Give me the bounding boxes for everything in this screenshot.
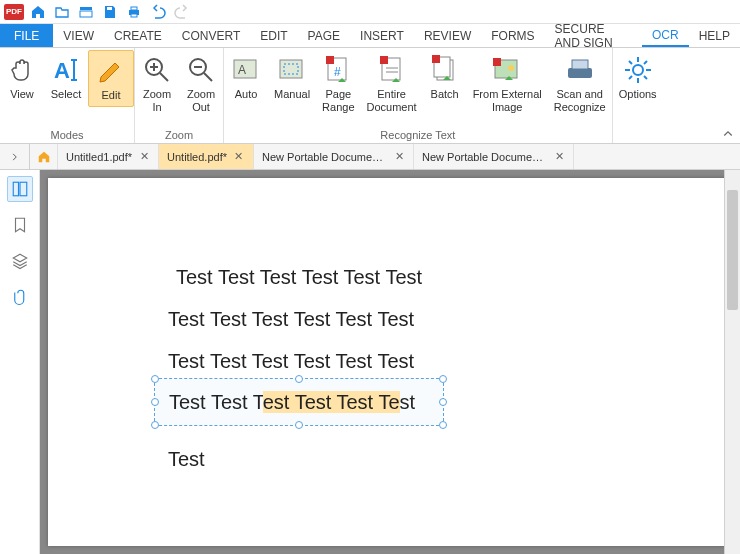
close-icon[interactable]: ✕ [138, 151, 150, 163]
side-panel [0, 170, 40, 554]
text-line[interactable]: Test Test Test Test Test Test [176, 266, 422, 289]
svg-rect-2 [107, 7, 112, 10]
manual-ocr-label: Manual [274, 88, 310, 101]
resize-handle[interactable] [439, 375, 447, 383]
batch-ocr-button[interactable]: Batch [423, 50, 467, 105]
svg-text:A: A [238, 63, 246, 77]
svg-line-44 [629, 76, 632, 79]
undo-icon[interactable] [148, 2, 168, 22]
vertical-scrollbar[interactable] [724, 170, 740, 554]
svg-rect-1 [80, 11, 92, 17]
doc-tab-label: Untitled1.pdf* [66, 151, 132, 163]
tab-forms[interactable]: FORMS [481, 24, 544, 47]
svg-text:#: # [334, 65, 341, 79]
print-icon[interactable] [124, 2, 144, 22]
resize-handle[interactable] [151, 375, 159, 383]
redo-icon[interactable] [172, 2, 192, 22]
view-mode-button[interactable]: View [0, 50, 44, 105]
svg-rect-25 [380, 56, 388, 64]
tab-edit[interactable]: EDIT [250, 24, 297, 47]
ribbon-group-recognize-text: A Auto Manual # Page Range Entire Docume… [224, 48, 613, 143]
tab-ocr[interactable]: OCR [642, 24, 689, 47]
scrollbar-thumb[interactable] [727, 190, 738, 310]
tab-create[interactable]: CREATE [104, 24, 172, 47]
page-range-button[interactable]: # Page Range [316, 50, 360, 118]
svg-rect-4 [131, 7, 137, 10]
doc-tab-label: New Portable Document 1 [262, 151, 387, 163]
save-icon[interactable] [100, 2, 120, 22]
tab-help[interactable]: HELP [689, 24, 740, 47]
tabs-home-button[interactable] [30, 144, 58, 169]
open-icon[interactable] [52, 2, 72, 22]
from-external-image-button[interactable]: From External Image [467, 50, 548, 118]
zoom-in-button[interactable]: Zoom In [135, 50, 179, 118]
close-icon[interactable]: ✕ [554, 151, 565, 163]
ribbon-group-modes: View A Select Edit Modes [0, 48, 135, 143]
batch-icon [429, 54, 461, 86]
workspace: Test Test Test Test Test Test Test Test … [0, 170, 740, 554]
page: Test Test Test Test Test Test Test Test … [48, 178, 732, 546]
document-tab-row: Untitled1.pdf*✕ Untitled.pdf*✕ New Porta… [0, 144, 740, 170]
svg-rect-46 [20, 182, 27, 196]
close-icon[interactable]: ✕ [393, 151, 405, 163]
manual-ocr-button[interactable]: Manual [268, 50, 316, 105]
tab-review[interactable]: REVIEW [414, 24, 481, 47]
select-mode-button[interactable]: A Select [44, 50, 88, 105]
menu-bar: FILE VIEW CREATE CONVERT EDIT PAGE INSER… [0, 24, 740, 48]
batch-ocr-label: Batch [431, 88, 459, 101]
file-tab[interactable]: FILE [0, 24, 53, 47]
doc-tab[interactable]: Untitled.pdf*✕ [159, 144, 254, 169]
thumbnails-panel-button[interactable] [7, 176, 33, 202]
scan-recognize-label: Scan and Recognize [554, 88, 606, 114]
resize-handle[interactable] [439, 398, 447, 406]
svg-rect-30 [432, 55, 440, 63]
svg-rect-0 [80, 7, 92, 10]
resize-handle[interactable] [151, 421, 159, 429]
ocr-options-button[interactable]: Options [613, 50, 663, 105]
zoom-out-button[interactable]: Zoom Out [179, 50, 223, 118]
text-selection-box[interactable]: Test Test Test Test Test Test [154, 378, 444, 426]
resize-handle[interactable] [151, 398, 159, 406]
resize-handle[interactable] [439, 421, 447, 429]
resize-handle[interactable] [295, 421, 303, 429]
doc-tab[interactable]: Untitled1.pdf*✕ [58, 144, 159, 169]
selected-text-line[interactable]: Test Test Test Test Test Test [169, 391, 415, 414]
tab-page[interactable]: PAGE [298, 24, 350, 47]
entire-document-button[interactable]: Entire Document [361, 50, 423, 118]
side-panel-toggle[interactable] [0, 144, 30, 169]
layers-panel-button[interactable] [7, 248, 33, 274]
doc-tab[interactable]: New Portable Document 1✕ [254, 144, 414, 169]
attachments-panel-button[interactable] [7, 284, 33, 310]
zoom-in-icon [141, 54, 173, 86]
ribbon-display-icon[interactable] [76, 2, 96, 22]
external-image-icon [491, 54, 523, 86]
auto-ocr-button[interactable]: A Auto [224, 50, 268, 105]
selection-highlight: est Test Test Te [263, 391, 400, 413]
page-range-icon: # [322, 54, 354, 86]
close-icon[interactable]: ✕ [233, 151, 245, 163]
svg-point-36 [633, 65, 643, 75]
view-mode-label: View [10, 88, 34, 101]
selection-suffix: st [400, 391, 416, 413]
home-icon[interactable] [28, 2, 48, 22]
tab-convert[interactable]: CONVERT [172, 24, 250, 47]
text-line[interactable]: Test [168, 448, 205, 471]
scan-recognize-button[interactable]: Scan and Recognize [548, 50, 612, 118]
doc-tab[interactable]: New Portable Document 1...✕ [414, 144, 574, 169]
manual-icon [276, 54, 308, 86]
selection-prefix: Test Test T [169, 391, 263, 413]
tab-insert[interactable]: INSERT [350, 24, 414, 47]
select-mode-label: Select [51, 88, 82, 101]
bookmarks-panel-button[interactable] [7, 212, 33, 238]
tab-secure-sign[interactable]: SECURE AND SIGN [545, 24, 642, 47]
collapse-ribbon-icon[interactable] [720, 127, 736, 141]
page-viewport[interactable]: Test Test Test Test Test Test Test Test … [40, 170, 740, 554]
edit-mode-button[interactable]: Edit [88, 50, 134, 107]
svg-rect-22 [326, 56, 334, 64]
text-line[interactable]: Test Test Test Test Test Test [168, 350, 414, 373]
tab-view[interactable]: VIEW [53, 24, 104, 47]
svg-rect-5 [131, 14, 137, 17]
resize-handle[interactable] [295, 375, 303, 383]
document-tabs: Untitled1.pdf*✕ Untitled.pdf*✕ New Porta… [30, 144, 740, 169]
text-line[interactable]: Test Test Test Test Test Test [168, 308, 414, 331]
